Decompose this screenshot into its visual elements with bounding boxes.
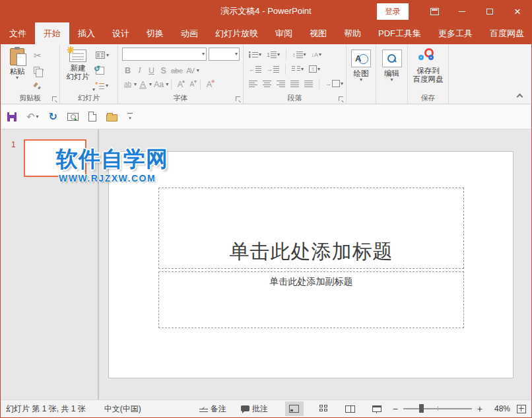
paste-button[interactable]: 粘贴 ▾ [2, 47, 32, 94]
ribbon-display-options-button[interactable] [420, 0, 448, 22]
format-painter-button[interactable] [32, 80, 45, 91]
change-case-button[interactable]: Aa [152, 80, 165, 89]
text-direction-button[interactable]: ↓A▾ [310, 52, 323, 58]
paste-dropdown-icon[interactable]: ▾ [16, 76, 18, 80]
format-painter-icon [34, 82, 42, 90]
slide-sorter-view-button[interactable] [315, 401, 333, 416]
numbering-button[interactable]: 1▾ [265, 51, 281, 58]
tab-help[interactable]: 帮助 [335, 22, 370, 44]
customize-qat-icon [127, 113, 133, 114]
redo-icon: ↻ [49, 112, 57, 122]
drawing-icon: A [354, 53, 368, 65]
justify-button[interactable] [289, 80, 300, 87]
quick-access-toolbar: ↶▾ ↻ ▾ [1, 104, 531, 129]
layout-button[interactable]: ▾ [94, 50, 110, 61]
collapse-ribbon-button[interactable] [517, 94, 523, 100]
font-color-button[interactable]: A [137, 80, 149, 89]
align-right-button[interactable] [275, 80, 286, 87]
login-button[interactable]: 登录 [377, 3, 409, 20]
zoom-level[interactable]: 48% [485, 404, 510, 413]
tab-baidu-netdisk[interactable]: 百度网盘 [481, 22, 532, 44]
cut-button[interactable]: ✂ [32, 50, 45, 61]
tab-review[interactable]: 审阅 [267, 22, 301, 44]
slideshow-view-button[interactable] [368, 401, 386, 416]
tab-slideshow[interactable]: 幻灯片放映 [207, 22, 267, 44]
subtitle-placeholder[interactable]: 单击此处添加副标题 [158, 271, 464, 328]
open-button[interactable] [106, 112, 117, 122]
editing-dropdown-icon: ▾ [390, 78, 393, 82]
clear-formatting-button[interactable]: A◆ [203, 80, 215, 89]
distribute-button[interactable] [303, 80, 314, 87]
customize-qat-button[interactable]: ▾ [127, 113, 133, 120]
tab-transitions[interactable]: 切换 [138, 22, 172, 44]
drawing-button[interactable]: A 绘图 ▾ [348, 47, 374, 94]
font-dialog-launcher[interactable] [236, 96, 241, 102]
line-spacing-button[interactable]: ↕▾ [291, 51, 308, 58]
tab-view[interactable]: 视图 [301, 22, 335, 44]
save-button[interactable] [7, 112, 17, 122]
drawing-dropdown-icon: ▾ [360, 78, 362, 82]
minimize-button[interactable] [448, 0, 476, 22]
tab-file[interactable]: 文件 [1, 22, 35, 44]
clipboard-dialog-launcher[interactable] [52, 96, 57, 102]
font-name-combo[interactable]: ▾ [122, 48, 207, 61]
reading-view-button[interactable] [341, 401, 360, 416]
italic-button[interactable]: I [134, 65, 145, 75]
fit-slide-to-window-button[interactable] [517, 405, 526, 413]
increase-indent-button[interactable]: → [265, 65, 281, 73]
copy-button[interactable]: ▾ [32, 65, 45, 76]
align-center-button[interactable] [261, 80, 273, 87]
redo-button[interactable]: ↻ [49, 112, 57, 122]
slide-thumbnail[interactable] [24, 139, 86, 177]
panel-splitter[interactable] [98, 129, 99, 400]
close-button[interactable]: × [504, 0, 531, 22]
decrease-indent-button[interactable]: ← [248, 65, 263, 73]
character-spacing-button[interactable]: AV [185, 67, 196, 75]
align-left-button[interactable] [248, 80, 259, 87]
columns-button[interactable]: ▾ [290, 65, 305, 73]
new-document-button[interactable] [88, 112, 96, 122]
bold-button[interactable]: B [122, 66, 133, 75]
tab-home[interactable]: 开始 [35, 22, 69, 44]
new-slide-button[interactable]: 新建 幻灯片 ▾ [61, 47, 94, 94]
save-to-baidu-button[interactable]: 保存到 百度网盘 [409, 47, 447, 94]
grow-font-button[interactable]: A▲ [174, 80, 185, 89]
align-text-button[interactable]: ↕▾ [308, 65, 321, 73]
highlight-color-button[interactable]: ab [122, 81, 133, 88]
tab-design[interactable]: 设计 [104, 22, 138, 44]
tab-more-tools[interactable]: 更多工具 [430, 22, 481, 44]
align-left-icon [249, 80, 257, 87]
title-placeholder[interactable]: 单击此处添加标题 [158, 188, 464, 269]
title-placeholder-text: 单击此处添加标题 [230, 238, 393, 265]
underline-button[interactable]: U [146, 66, 157, 75]
undo-button[interactable]: ↶▾ [26, 112, 39, 122]
start-from-beginning-button[interactable] [67, 113, 79, 121]
comments-button[interactable]: 批注 [241, 403, 268, 415]
paragraph-dialog-launcher[interactable] [339, 96, 344, 102]
tab-pdf-tools[interactable]: PDF工具集 [370, 22, 430, 44]
section-button[interactable]: ▾ [94, 80, 110, 91]
font-name-dropdown-icon: ▾ [202, 52, 205, 56]
font-size-combo[interactable]: ▾ [209, 48, 240, 61]
reset-button[interactable] [94, 65, 110, 76]
zoom-in-button[interactable]: + [475, 403, 485, 414]
zoom-out-button[interactable]: − [390, 403, 401, 414]
zoom-slider[interactable] [403, 408, 472, 409]
smartart-convert-button[interactable]: →▾ [324, 80, 345, 87]
tab-insert[interactable]: 插入 [69, 22, 104, 44]
strikethrough-button[interactable]: abc [170, 67, 184, 75]
numbering-dropdown-icon: ▾ [277, 53, 280, 57]
tab-animations[interactable]: 动画 [172, 22, 207, 44]
language-status[interactable]: 中文(中国) [104, 403, 141, 415]
slide-canvas[interactable]: 单击此处添加标题 单击此处添加副标题 [108, 151, 514, 378]
notes-button[interactable]: 备注 [199, 403, 226, 415]
normal-view-button[interactable] [285, 401, 304, 416]
maximize-button[interactable] [476, 0, 504, 22]
text-shadow-button[interactable]: S [158, 66, 169, 75]
bullets-button[interactable]: ▾ [248, 51, 263, 58]
align-center-icon [263, 80, 271, 87]
editing-button[interactable]: 编辑 ▾ [379, 47, 405, 94]
zoom-slider-tick [438, 406, 438, 411]
shrink-font-button[interactable]: A▼ [186, 81, 197, 88]
zoom-slider-thumb[interactable] [419, 404, 424, 413]
